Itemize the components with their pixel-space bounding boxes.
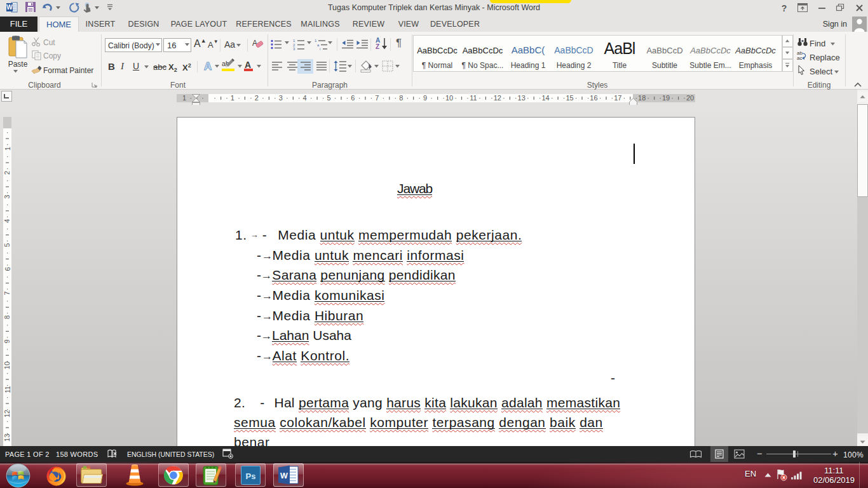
svg-text:W: W — [280, 471, 288, 480]
svg-text:1: 1 — [4, 147, 11, 151]
svg-text:A: A — [204, 60, 212, 72]
svg-text:4: 4 — [4, 219, 11, 223]
svg-text:2: 2 — [4, 171, 11, 175]
svg-text:1: 1 — [315, 39, 317, 43]
svg-text:1: 1 — [293, 39, 295, 43]
svg-text:a: a — [317, 43, 320, 47]
svg-text:8: 8 — [4, 315, 11, 319]
svg-text:7: 7 — [4, 291, 11, 295]
svg-text:10: 10 — [4, 362, 11, 369]
svg-text:3: 3 — [4, 195, 11, 199]
svg-text:i: i — [320, 47, 320, 50]
svg-text:5: 5 — [4, 243, 11, 247]
svg-text:Ps: Ps — [246, 471, 256, 481]
svg-text:2: 2 — [293, 43, 295, 47]
svg-text:6: 6 — [4, 267, 11, 271]
svg-text:3: 3 — [293, 47, 295, 50]
svg-text:11: 11 — [4, 386, 11, 393]
svg-text:W: W — [6, 4, 13, 11]
svg-text:13: 13 — [4, 434, 11, 442]
svg-text:12: 12 — [4, 410, 11, 417]
svg-text:9: 9 — [4, 339, 11, 343]
